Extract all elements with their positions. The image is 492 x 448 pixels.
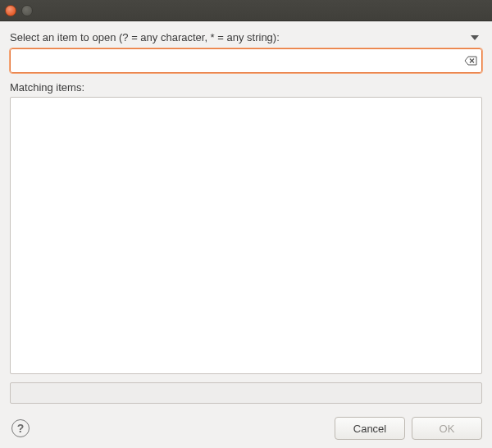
matching-items-list[interactable]	[10, 97, 482, 374]
search-input[interactable]	[10, 48, 482, 73]
dialog-content: Select an item to open (? = any characte…	[0, 21, 492, 448]
footer: ? Cancel OK	[10, 417, 482, 440]
prompt-label: Select an item to open (? = any characte…	[10, 31, 280, 43]
cancel-button[interactable]: Cancel	[335, 417, 405, 440]
titlebar	[0, 0, 492, 21]
help-icon[interactable]: ?	[11, 419, 30, 437]
close-icon[interactable]	[5, 5, 16, 16]
clear-input-icon[interactable]	[464, 55, 477, 66]
dropdown-menu-icon[interactable]	[471, 35, 479, 40]
status-box	[10, 382, 482, 404]
search-box	[10, 48, 482, 73]
matching-label: Matching items:	[10, 81, 482, 94]
prompt-row: Select an item to open (? = any characte…	[10, 31, 482, 43]
minimize-icon[interactable]	[21, 5, 33, 16]
ok-button[interactable]: OK	[412, 417, 482, 440]
